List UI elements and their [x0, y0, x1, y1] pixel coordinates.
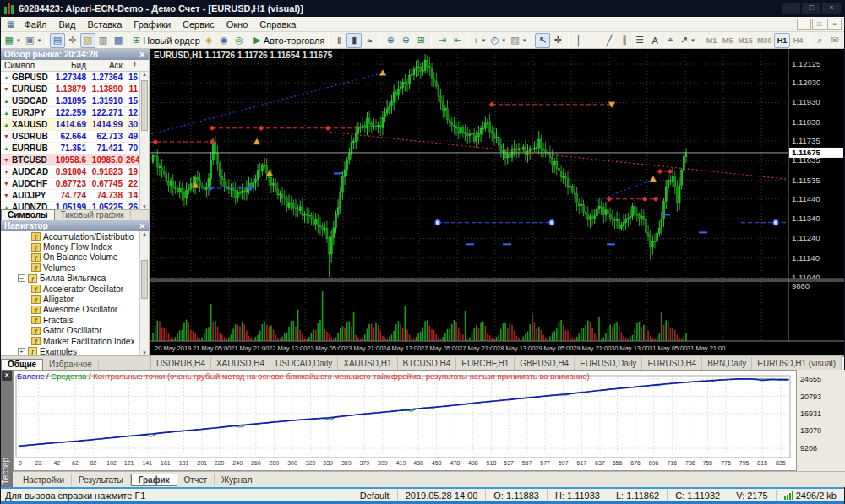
tester-tab-Настройки[interactable]: Настройки [16, 474, 72, 485]
menu-Окно[interactable]: Окно [221, 19, 254, 30]
chart-tab-0[interactable]: USDRUB,H4 [151, 357, 211, 370]
navigator-tab-Избранное[interactable]: Избранное [43, 360, 99, 370]
collapse-icon[interactable]: − [18, 274, 25, 282]
community-chat-button[interactable]: ✉ [827, 33, 842, 48]
line-chart-button[interactable]: ≈ [362, 33, 377, 48]
quote-row-AUDJPY[interactable]: ▼AUDJPY74.72474.73814 [1, 190, 149, 202]
price-chart-canvas[interactable]: 1.121251.120301.119301.118301.117351.116… [150, 49, 844, 355]
tf-m15-button[interactable]: M15 [736, 33, 755, 48]
tester-tab-Отчет[interactable]: Отчет [177, 474, 215, 485]
navigator-item[interactable]: ƒGator Oscillator [1, 326, 149, 336]
cursor-button[interactable]: ↖ [535, 33, 550, 48]
periods-button[interactable]: ◷▼ [488, 33, 509, 48]
chart-tab-2[interactable]: USDCAD,Daily [270, 357, 338, 370]
chart-shift-button[interactable]: ⇤ [450, 33, 465, 48]
quote-row-AUDCHF[interactable]: ▼AUDCHF0.677230.6774522 [1, 178, 149, 190]
column-header-Бид[interactable]: Бид [53, 61, 90, 70]
market-watch-tab-Символы[interactable]: Символы [1, 209, 55, 220]
auto-scroll-button[interactable]: ⇥ [434, 33, 450, 48]
chart-tab-8[interactable]: EURUSD,H4 [642, 357, 702, 370]
chart-tab-11[interactable]: EURUSD,H1 (visual) [842, 356, 844, 370]
quote-row-GBPUSD[interactable]: ▲GBPUSD1.273481.2736416 [1, 72, 149, 84]
chart-tab-7[interactable]: EURUSD,Daily [575, 357, 642, 370]
chart-minimize-button[interactable]: − [797, 19, 811, 30]
text-button[interactable]: A [647, 33, 662, 48]
tester-close-icon[interactable]: ✕ [2, 371, 12, 381]
zoom-in-button[interactable]: ⊕ [383, 33, 398, 48]
window-restore-button[interactable]: □ [802, 3, 820, 14]
market-watch-scrollbar[interactable]: ▲▼ [139, 72, 149, 209]
market-watch-tab-Тиковый график[interactable]: Тиковый график [55, 210, 131, 220]
tf-m1-button[interactable]: M1 [704, 33, 720, 48]
menu-Вид[interactable]: Вид [53, 19, 82, 30]
market-watch-close-icon[interactable]: ✕ [139, 51, 145, 59]
navigator-button[interactable]: ▧ [80, 33, 95, 48]
metaeditor-button[interactable]: ◈ [201, 33, 216, 48]
navigator-item[interactable]: ƒFractals [1, 315, 149, 325]
navigator-item[interactable]: ƒAccelerator Oscillator [1, 284, 149, 294]
navigator-tab-Общие[interactable]: Общие [1, 359, 43, 370]
column-header-Символ[interactable]: Символ [1, 61, 53, 70]
market-watch-button[interactable]: ▤ [50, 33, 65, 48]
quote-row-EURUSD[interactable]: ▼EURUSD1.138791.1389011 [1, 84, 149, 95]
new-chart-button[interactable]: ▦▼ [3, 33, 23, 48]
templates-button[interactable]: ▨▼ [509, 33, 529, 48]
navigator-item[interactable]: −ƒБилла Вильямса [1, 274, 149, 284]
quote-row-USDRUB[interactable]: ▼USDRUB62.66462.71349 [1, 131, 149, 143]
quote-row-BTCUSD[interactable]: ▼BTCUSD10958.610985.0264 [1, 154, 149, 166]
window-close-button[interactable]: × [822, 3, 841, 14]
menu-Сервис[interactable]: Сервис [177, 19, 221, 30]
tile-windows-button[interactable]: ⊞ [413, 33, 428, 48]
text-label-button[interactable]: ⌖ [662, 33, 678, 48]
arrows-tool-button[interactable]: ↗▼ [678, 33, 697, 48]
navigator-item[interactable]: +ƒExamples [1, 346, 149, 355]
chart-tab-1[interactable]: XAUUSD,H4 [211, 357, 270, 370]
navigator-item[interactable]: ƒMoney Flow Index [1, 241, 149, 252]
find-symbol-button[interactable]: ⌕ [812, 33, 827, 48]
navigator-scrollbar[interactable]: ▲▼ [139, 231, 149, 355]
quote-row-EURJPY[interactable]: ▲EURJPY122.259122.27112 [1, 107, 149, 119]
menu-Файл[interactable]: Файл [18, 19, 52, 30]
terminal-button[interactable]: ▥ [95, 33, 111, 48]
experts-button[interactable]: ◉ [216, 33, 232, 48]
menu-Вставка[interactable]: Вставка [81, 19, 128, 30]
chart-tab-10[interactable]: EURUSD,H1 (visual) [752, 357, 842, 370]
profiles-button[interactable]: ▣▼ [23, 33, 43, 48]
quote-row-AUDNZD[interactable]: ▲AUDNZD1.051991.0522526 [1, 202, 149, 209]
quote-row-EURRUB[interactable]: ▲EURRUB71.35171.42170 [1, 143, 149, 154]
tester-tab-График[interactable]: График [131, 474, 177, 486]
horizontal-line-button[interactable]: ─ [586, 33, 602, 48]
bar-chart-button[interactable]: ‖ [331, 33, 346, 48]
expand-icon[interactable]: + [18, 348, 25, 355]
quote-row-USDCAD[interactable]: ▲USDCAD1.318951.3191015 [1, 95, 149, 107]
fibonacci-button[interactable]: ☰ [632, 33, 647, 48]
zoom-out-button[interactable]: ⊖ [398, 33, 413, 48]
crosshair-button[interactable]: ✛ [550, 33, 565, 48]
tf-h1-button[interactable]: H1 [774, 33, 790, 48]
quote-row-AUDCAD[interactable]: ▼AUDCAD0.918040.9182319 [1, 166, 149, 178]
equidistant-channel-button[interactable]: ∥ [617, 33, 632, 48]
candlestick-chart-button[interactable]: ▮ [346, 33, 362, 48]
navigator-item[interactable]: ƒOn Balance Volume [1, 252, 149, 263]
tester-tab-Результаты[interactable]: Результаты [72, 474, 131, 485]
tester-graph-canvas[interactable]: 0224262821021211411611812012202402602803… [14, 371, 796, 470]
strategy-tester-button[interactable]: ▩ [111, 33, 126, 48]
trendline-button[interactable]: ╱ [602, 33, 617, 48]
vertical-line-button[interactable]: │ [571, 33, 586, 48]
chart-tab-6[interactable]: GBPUSD,H4 [515, 357, 575, 370]
tester-tab-Журнал[interactable]: Журнал [215, 474, 260, 485]
menu-Справка[interactable]: Справка [254, 19, 302, 30]
navigator-item[interactable]: ƒVolumes [1, 263, 149, 273]
data-window-button[interactable]: ✛ [65, 33, 80, 48]
navigator-item[interactable]: ƒAccumulation/Distributio [1, 231, 149, 241]
mql5-community-button[interactable]: ◎ [232, 33, 247, 48]
chart-tab-4[interactable]: BTCUSD,H4 [398, 357, 457, 370]
column-header-Аск[interactable]: Аск [90, 61, 126, 70]
chart-restore-button[interactable]: □ [812, 19, 826, 30]
quote-row-XAUUSD[interactable]: ▲XAUUSD1414.691414.9930 [1, 119, 149, 131]
column-header-![interactable]: ! [126, 61, 139, 70]
tf-h4-button[interactable]: H4 [790, 33, 806, 48]
chart-tab-3[interactable]: XAUUSD,H1 [338, 357, 397, 370]
navigator-item[interactable]: ƒAwesome Oscillator [1, 305, 149, 315]
chart-tab-9[interactable]: BRN,Daily [702, 357, 752, 370]
